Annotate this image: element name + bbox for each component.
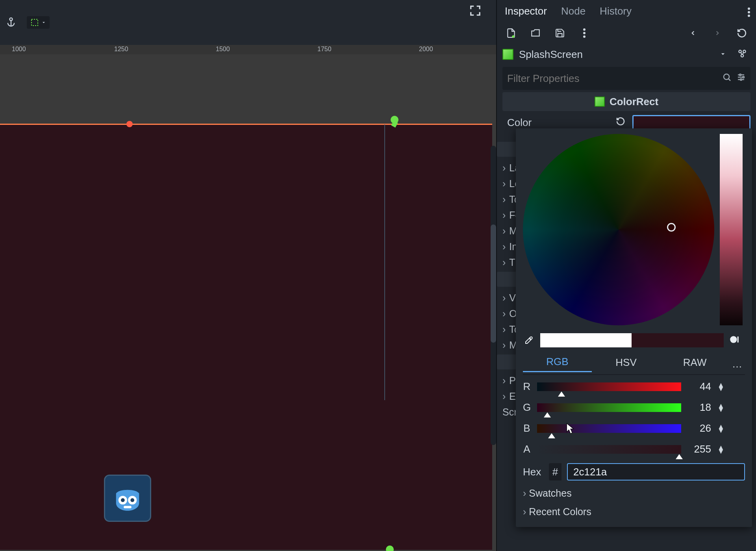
selection-edge bbox=[0, 124, 492, 125]
tab-history[interactable]: History bbox=[600, 5, 632, 17]
history-forward-icon[interactable] bbox=[712, 28, 723, 39]
extra-options-icon[interactable] bbox=[579, 28, 590, 39]
svg-point-7 bbox=[748, 7, 750, 10]
anchor-icon[interactable] bbox=[3, 15, 19, 30]
canvas-colorrect[interactable] bbox=[0, 124, 492, 550]
slider-green: G 18 ▲▼ bbox=[523, 401, 745, 414]
scale-handle[interactable] bbox=[386, 545, 394, 551]
color-compare bbox=[540, 333, 724, 347]
spinbox-icon[interactable]: ▲▼ bbox=[717, 383, 724, 391]
property-label: Color bbox=[507, 117, 590, 129]
svg-point-0 bbox=[10, 18, 13, 20]
current-color[interactable] bbox=[632, 333, 724, 347]
swatches-expander[interactable]: Swatches bbox=[523, 488, 745, 499]
svg-point-12 bbox=[583, 35, 586, 38]
filter-properties-row bbox=[502, 67, 750, 90]
hex-input[interactable] bbox=[567, 463, 745, 481]
svg-point-17 bbox=[739, 74, 741, 76]
svg-point-15 bbox=[741, 54, 744, 57]
overflow-icon[interactable] bbox=[747, 7, 750, 20]
ruler-horizontal: 1000 1250 1500 1750 2000 bbox=[0, 45, 496, 54]
color-swatch[interactable] bbox=[632, 115, 750, 130]
eyedropper-icon[interactable] bbox=[523, 336, 535, 345]
hex-label: Hex bbox=[523, 466, 543, 478]
channel-label: B bbox=[523, 422, 531, 434]
svg-point-11 bbox=[583, 32, 586, 34]
inspector-toolbar bbox=[497, 22, 756, 44]
fullscreen-icon[interactable] bbox=[469, 5, 481, 18]
spinbox-icon[interactable]: ▲▼ bbox=[717, 445, 724, 453]
svg-point-8 bbox=[748, 11, 750, 13]
channel-label: R bbox=[523, 380, 531, 393]
color-wheel[interactable] bbox=[523, 134, 714, 325]
current-node-row[interactable]: SplashScreen bbox=[497, 44, 756, 65]
selection-mode-dropdown[interactable] bbox=[27, 16, 50, 29]
filter-properties-input[interactable] bbox=[507, 72, 717, 85]
slider-red: R 44 ▲▼ bbox=[523, 380, 745, 393]
ruler-tick: 1250 bbox=[114, 46, 128, 53]
value-strip[interactable] bbox=[720, 134, 743, 325]
recent-colors-expander[interactable]: Recent Colors bbox=[523, 506, 745, 518]
slider-track[interactable] bbox=[537, 445, 681, 454]
previous-color[interactable] bbox=[540, 333, 632, 347]
current-node-name: SplashScreen bbox=[519, 48, 583, 61]
tab-rgb[interactable]: RGB bbox=[523, 356, 592, 372]
tab-inspector[interactable]: Inspector bbox=[505, 5, 547, 17]
svg-point-16 bbox=[724, 74, 729, 80]
hex-row: Hex # bbox=[523, 463, 745, 481]
godot-logo bbox=[104, 475, 151, 522]
ruler-tick: 1000 bbox=[12, 46, 26, 53]
ruler-tick: 2000 bbox=[419, 46, 433, 53]
svg-rect-1 bbox=[32, 19, 38, 26]
channel-value[interactable]: 44 bbox=[687, 380, 711, 393]
filter-options-icon[interactable] bbox=[736, 72, 746, 85]
ruler-tick: 1750 bbox=[317, 46, 332, 53]
hex-hash: # bbox=[549, 463, 561, 481]
color-picker-popup: RGB HSV RAW … R 44 ▲▼ G 18 ▲▼ bbox=[516, 128, 752, 527]
open-docs-icon[interactable] bbox=[737, 48, 747, 61]
channel-value[interactable]: 26 bbox=[687, 422, 711, 434]
scale-handle[interactable] bbox=[391, 116, 398, 124]
viewport-toolbar bbox=[0, 0, 496, 45]
tab-raw[interactable]: RAW bbox=[660, 356, 729, 372]
svg-rect-6 bbox=[124, 506, 132, 508]
slider-track[interactable] bbox=[537, 424, 681, 433]
transform-handle[interactable] bbox=[126, 121, 133, 127]
revert-icon[interactable] bbox=[616, 117, 625, 129]
slider-track[interactable] bbox=[537, 382, 681, 391]
mode-overflow-icon[interactable]: … bbox=[729, 358, 745, 370]
picker-shape-toggle-icon[interactable] bbox=[729, 334, 739, 346]
channel-value[interactable]: 18 bbox=[687, 401, 711, 414]
history-back-icon[interactable] bbox=[687, 28, 699, 39]
slider-blue: B 26 ▲▼ bbox=[523, 422, 745, 434]
svg-point-9 bbox=[748, 15, 750, 17]
section-colorrect[interactable]: ColorRect bbox=[502, 92, 750, 111]
slider-track[interactable] bbox=[537, 403, 681, 412]
dock-tabs: Inspector Node History bbox=[497, 0, 756, 22]
section-title: ColorRect bbox=[610, 96, 658, 108]
ruler-tick: 1500 bbox=[216, 46, 230, 53]
channel-label: G bbox=[523, 401, 531, 414]
chevron-down-icon[interactable] bbox=[719, 48, 727, 61]
color-wheel-handle[interactable] bbox=[667, 223, 676, 232]
spinbox-icon[interactable]: ▲▼ bbox=[717, 425, 724, 432]
new-resource-icon[interactable] bbox=[506, 28, 517, 39]
tab-node[interactable]: Node bbox=[561, 5, 586, 17]
search-icon[interactable] bbox=[722, 72, 732, 85]
control-node-icon bbox=[502, 49, 513, 60]
svg-rect-21 bbox=[737, 336, 739, 342]
open-resource-icon[interactable] bbox=[530, 28, 541, 39]
channel-value[interactable]: 255 bbox=[687, 443, 711, 455]
reload-icon[interactable] bbox=[736, 28, 747, 39]
svg-point-20 bbox=[730, 336, 737, 343]
spinbox-icon[interactable]: ▲▼ bbox=[717, 404, 724, 412]
color-mode-tabs: RGB HSV RAW … bbox=[523, 354, 745, 375]
editor-2d-viewport[interactable]: 1000 1250 1500 1750 2000 bbox=[0, 0, 496, 551]
slider-alpha: A 255 ▲▼ bbox=[523, 443, 745, 455]
tab-hsv[interactable]: HSV bbox=[592, 356, 661, 372]
svg-point-10 bbox=[583, 28, 586, 31]
viewport-scrollbar[interactable] bbox=[491, 146, 496, 445]
save-resource-icon[interactable] bbox=[554, 28, 565, 39]
svg-point-5 bbox=[130, 498, 134, 502]
guide-line-vertical bbox=[384, 124, 385, 400]
